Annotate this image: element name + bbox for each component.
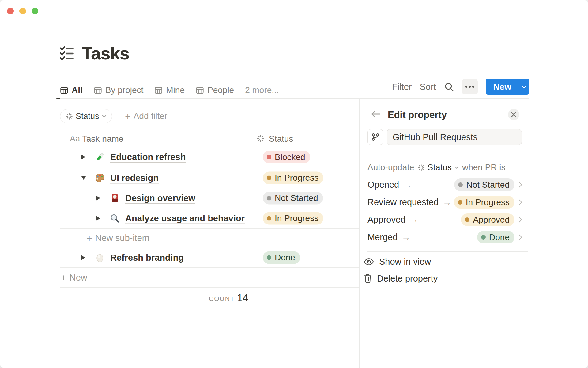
egg-icon bbox=[95, 252, 105, 263]
expand-toggle-icon[interactable] bbox=[96, 216, 100, 221]
plus-icon: + bbox=[125, 111, 131, 121]
new-task-button[interactable]: + New bbox=[61, 273, 87, 283]
tab-people[interactable]: People bbox=[196, 82, 234, 99]
close-window-button[interactable] bbox=[7, 8, 14, 14]
table-row[interactable]: Refresh branding Done bbox=[60, 247, 359, 267]
view-toolbar: Filter Sort New bbox=[392, 78, 529, 96]
count-label[interactable]: COUNT bbox=[209, 295, 235, 302]
expand-toggle-icon[interactable] bbox=[81, 155, 85, 159]
show-in-view-button[interactable]: Show in view bbox=[364, 255, 486, 268]
flower-card-icon bbox=[110, 193, 120, 203]
status-badge[interactable]: In Progress bbox=[263, 212, 323, 224]
arrow-right-icon: → bbox=[443, 197, 451, 207]
status-property-selector[interactable]: Status bbox=[418, 163, 459, 172]
table-view-icon bbox=[94, 86, 102, 94]
task-name-link[interactable]: Design overview bbox=[125, 193, 195, 203]
status-dot-icon bbox=[267, 196, 271, 200]
minimize-window-button[interactable] bbox=[19, 8, 26, 14]
tab-all[interactable]: All bbox=[60, 82, 83, 99]
arrow-right-icon: → bbox=[401, 232, 410, 242]
status-badge[interactable]: Done bbox=[263, 251, 300, 264]
column-header-status[interactable]: Status bbox=[269, 134, 293, 144]
test-tube-icon bbox=[95, 152, 105, 162]
panel-title: Edit property bbox=[388, 109, 447, 121]
new-sub-item-row[interactable]: + New sub-item bbox=[60, 228, 359, 247]
status-dot-icon bbox=[458, 200, 462, 205]
delete-property-label: Delete property bbox=[377, 274, 438, 284]
filter-button[interactable]: Filter bbox=[392, 82, 412, 92]
chevron-right-icon bbox=[518, 217, 522, 223]
delete-property-button[interactable]: Delete property bbox=[364, 272, 486, 285]
mapping-row-approved: Approved→ Approved bbox=[368, 211, 522, 228]
tabs-more-button[interactable]: 2 more... bbox=[245, 85, 279, 95]
back-arrow-icon[interactable] bbox=[371, 110, 381, 118]
new-task-label: New bbox=[70, 273, 87, 283]
column-header-task-name[interactable]: Task name bbox=[82, 134, 123, 144]
mapping-status-selector[interactable]: Not Started bbox=[454, 178, 522, 191]
plus-icon: + bbox=[86, 233, 92, 243]
new-row[interactable]: + New bbox=[60, 267, 359, 287]
status-badge[interactable]: In Progress bbox=[263, 171, 323, 184]
chevron-down-icon bbox=[102, 115, 107, 118]
status-badge-label: In Progress bbox=[275, 173, 318, 183]
more-options-button[interactable] bbox=[462, 79, 478, 94]
chevron-right-icon bbox=[518, 199, 522, 205]
mapping-status-selector[interactable]: In Progress bbox=[454, 196, 522, 209]
status-filter-pill[interactable]: Status bbox=[60, 109, 112, 123]
window-controls bbox=[7, 8, 38, 14]
status-filter-label: Status bbox=[76, 112, 99, 121]
tab-label: Mine bbox=[166, 85, 185, 95]
search-icon[interactable] bbox=[444, 82, 454, 92]
status-badge[interactable]: Not Started bbox=[263, 192, 323, 204]
page-header: Tasks bbox=[59, 43, 129, 63]
zoom-window-button[interactable] bbox=[32, 8, 38, 14]
status-dot-icon bbox=[458, 182, 463, 187]
table-row[interactable]: Analyze usage and behavior In Progress bbox=[60, 208, 359, 228]
status-badge-label: In Progress bbox=[466, 197, 510, 207]
mapping-status-selector[interactable]: Done bbox=[477, 231, 522, 243]
table-view-icon bbox=[60, 86, 68, 94]
status-spinner-icon bbox=[257, 134, 265, 142]
status-dot-icon bbox=[481, 235, 486, 240]
mapping-status-selector[interactable]: Approved bbox=[461, 213, 522, 226]
tab-by-project[interactable]: By project bbox=[94, 82, 144, 99]
trash-icon bbox=[364, 274, 372, 283]
table-row[interactable]: Education refresh Blocked bbox=[60, 147, 359, 167]
status-spinner-icon bbox=[418, 164, 425, 171]
close-panel-button[interactable] bbox=[508, 109, 519, 120]
status-property-label: Status bbox=[428, 163, 452, 172]
new-dropdown-button[interactable] bbox=[519, 79, 529, 95]
collapse-toggle-icon[interactable] bbox=[81, 176, 86, 180]
task-name-link[interactable]: Education refresh bbox=[110, 152, 186, 162]
close-icon bbox=[511, 112, 517, 117]
status-spinner-icon bbox=[66, 113, 73, 120]
pr-event-label: Opened bbox=[368, 180, 399, 190]
status-badge-label: Done bbox=[489, 232, 510, 242]
property-name-input[interactable] bbox=[387, 129, 522, 145]
status-badge[interactable]: Blocked bbox=[263, 151, 310, 163]
add-filter-button[interactable]: + Add filter bbox=[125, 109, 167, 123]
expand-toggle-icon[interactable] bbox=[96, 196, 100, 201]
show-in-view-label: Show in view bbox=[379, 257, 431, 267]
status-badge-label: Approved bbox=[473, 215, 510, 225]
status-badge-label: In Progress bbox=[275, 213, 318, 223]
chevron-down-icon bbox=[454, 166, 459, 169]
notion-window: Tasks All By project Mine People bbox=[0, 0, 588, 368]
arrow-right-icon: → bbox=[409, 215, 418, 225]
text-property-icon: Aa bbox=[70, 134, 80, 144]
status-dot-icon bbox=[267, 255, 271, 260]
sort-button[interactable]: Sort bbox=[420, 82, 436, 92]
property-type-button[interactable] bbox=[368, 129, 383, 145]
table-row[interactable]: Design overview Not Started bbox=[60, 188, 359, 208]
new-sub-item-button[interactable]: + New sub-item bbox=[86, 233, 149, 243]
task-name-link[interactable]: Analyze usage and behavior bbox=[125, 213, 245, 223]
git-branch-icon bbox=[371, 133, 380, 141]
new-button[interactable]: New bbox=[486, 79, 519, 95]
task-name-link[interactable]: UI redesign bbox=[110, 173, 159, 183]
task-name-link[interactable]: Refresh branding bbox=[110, 252, 184, 263]
tab-mine[interactable]: Mine bbox=[154, 82, 185, 99]
pr-event-label: Merged bbox=[368, 232, 398, 242]
table-row[interactable]: UI redesign In Progress bbox=[60, 167, 359, 188]
tabs-divider bbox=[60, 98, 529, 99]
expand-toggle-icon[interactable] bbox=[81, 255, 85, 260]
